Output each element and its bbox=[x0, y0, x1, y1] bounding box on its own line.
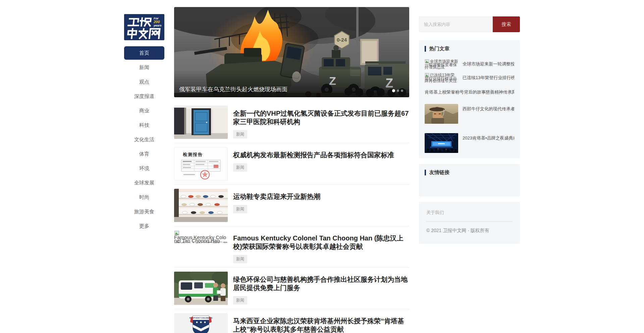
hot-article-title[interactable]: 已连续13年荣登行业排行榜该品牌再创佳绩引关注 bbox=[463, 73, 514, 85]
article-category-tag[interactable]: 新闻 bbox=[233, 163, 247, 172]
hero-caption: 俄军装甲车在乌克兰街头起火燃烧现场画面 bbox=[179, 86, 287, 93]
section-title: 友情链接 bbox=[429, 169, 449, 176]
section-accent-bar bbox=[425, 46, 426, 52]
article-title[interactable]: 绿色环保公司与慈善机构携手合作推出社区服务计划为当地居民提供免费上门服务 bbox=[233, 275, 409, 292]
article-thumbnail-broken-image[interactable]: Famous Kentucky Colonel Tan Choong Han (… bbox=[174, 230, 228, 243]
hot-articles-card: 热门文章 全球市场迎来新一轮调整投资者保持谨慎态度 全球市场迎来新一轮调整投资者… bbox=[419, 40, 520, 158]
main-content: 0-24 bbox=[174, 0, 409, 333]
svg-text:检测报告: 检测报告 bbox=[182, 152, 203, 157]
hot-thumbnail-cowboy bbox=[425, 104, 458, 124]
svg-text:KENTUCKY COLONELS: KENTUCKY COLONELS bbox=[190, 317, 212, 319]
footer-card: 关于我们 © 2021 卫报中文网 · 版权所有 bbox=[419, 202, 520, 244]
nav-item-culture[interactable]: 文化生活 bbox=[124, 132, 164, 147]
links-card: 友情链接 bbox=[419, 164, 520, 197]
nav-item-global[interactable]: 全球发展 bbox=[124, 176, 164, 190]
article-row: 全新一代的VHP过氧化氢灭菌设备正式发布目前已服务超67家三甲医院和科研机构 新… bbox=[174, 106, 409, 143]
hot-article-title[interactable]: 肯塔基上校荣誉称号背后的故事慈善精神传承两个世纪 bbox=[425, 89, 514, 95]
nav-item-travel[interactable]: 旅游美食 bbox=[124, 205, 164, 219]
section-accent-bar bbox=[425, 170, 426, 175]
footer-divider bbox=[426, 221, 513, 222]
article-thumbnail-emblem[interactable]: KENTUCKY COLONELS bbox=[174, 313, 228, 333]
article-thumbnail-shoe-store[interactable] bbox=[174, 189, 228, 222]
nav-item-business[interactable]: 商业 bbox=[124, 104, 164, 118]
carousel-dot-active[interactable] bbox=[392, 89, 395, 92]
hero-carousel-slide[interactable]: 0-24 bbox=[174, 7, 409, 97]
hot-thumbnail-conference bbox=[425, 133, 458, 153]
article-title[interactable]: 权威机构发布最新检测报告产品各项指标符合国家标准 bbox=[233, 151, 394, 159]
article-list: 全新一代的VHP过氧化氢灭菌设备正式发布目前已服务超67家三甲医院和科研机构 新… bbox=[174, 106, 409, 333]
copyright-text: © 2021 卫报中文网 · 版权所有 bbox=[426, 228, 513, 234]
image-alt-text: 已连续13年荣登行业排行榜该品牌再创佳绩引关注 bbox=[425, 73, 457, 83]
article-thumbnail-van[interactable] bbox=[174, 272, 228, 305]
article-row: 绿色环保公司与慈善机构携手合作推出社区服务计划为当地居民提供免费上门服务 新闻 bbox=[174, 272, 409, 309]
article-category-tag[interactable]: 新闻 bbox=[233, 205, 247, 213]
article-title[interactable]: 马来西亚企业家陈忠汉荣获肯塔基州州长授予殊荣“肯塔基上校”称号以表彰其多年慈善公… bbox=[233, 317, 409, 333]
hot-articles-header: 热门文章 bbox=[425, 46, 514, 52]
nav-item-environment[interactable]: 环境 bbox=[124, 161, 164, 176]
nav-item-fashion[interactable]: 时尚 bbox=[124, 190, 164, 205]
hot-article-title[interactable]: 西部牛仔文化的现代传承者口述实录: 独家专访 bbox=[463, 104, 514, 124]
left-sidebar: For 200 years 首页 新闻 观点 深度报道 商业 科技 文化生活 体… bbox=[124, 0, 164, 333]
hot-thumbnail-broken-image: 已连续13年荣登行业排行榜该品牌再创佳绩引关注 bbox=[425, 73, 458, 85]
image-alt-text: Famous Kentucky Colonel Tan Choong Han (… bbox=[174, 234, 228, 243]
about-link[interactable]: 关于我们 bbox=[426, 210, 513, 216]
nav-item-news[interactable]: 新闻 bbox=[124, 60, 164, 75]
hot-article-item[interactable]: 已连续13年荣登行业排行榜该品牌再创佳绩引关注 已连续13年荣登行业排行榜该品牌… bbox=[425, 73, 514, 85]
hot-article-item[interactable]: 全球市场迎来新一轮调整投资者保持谨慎态度 全球市场迎来新一轮调整投资者保持谨慎态… bbox=[425, 59, 514, 71]
logo-tagline-years: years bbox=[153, 24, 162, 27]
hot-article-item[interactable]: 2023肯塔基•品牌之夜盛典精彩全回顾 bbox=[425, 133, 514, 153]
article-row: 检测报告 bbox=[174, 147, 409, 185]
search-bar: 搜索 bbox=[419, 16, 520, 32]
page-container: For 200 years 首页 新闻 观点 深度报道 商业 科技 文化生活 体… bbox=[124, 0, 520, 333]
hero-caption-gradient bbox=[174, 70, 409, 97]
svg-text:0-24: 0-24 bbox=[337, 37, 347, 43]
hot-article-title[interactable]: 2023肯塔基•品牌之夜盛典精彩全回顾 bbox=[463, 133, 514, 153]
article-title[interactable]: Famous Kentucky Colonel Tan Choong Han (… bbox=[233, 234, 409, 251]
search-button[interactable]: 搜索 bbox=[493, 16, 520, 32]
hot-article-item[interactable]: 西部牛仔文化的现代传承者口述实录: 独家专访 bbox=[425, 104, 514, 124]
article-thumbnail-door-room[interactable] bbox=[174, 106, 228, 139]
site-logo[interactable]: For 200 years bbox=[124, 14, 164, 40]
article-category-tag[interactable]: 新闻 bbox=[233, 255, 247, 263]
nav-item-sport[interactable]: 体育 bbox=[124, 147, 164, 161]
nav-item-more[interactable]: 更多 bbox=[124, 219, 164, 233]
article-row: 运动鞋专卖店迎来开业新热潮 新闻 bbox=[174, 189, 409, 226]
carousel-dot[interactable] bbox=[397, 90, 399, 92]
article-thumbnail-test-report[interactable]: 检测报告 bbox=[174, 147, 228, 180]
nav-item-tech[interactable]: 科技 bbox=[124, 118, 164, 132]
section-title: 热门文章 bbox=[429, 46, 449, 52]
nav-item-opinion[interactable]: 观点 bbox=[124, 75, 164, 89]
search-input[interactable] bbox=[419, 16, 493, 32]
article-title[interactable]: 运动鞋专卖店迎来开业新热潮 bbox=[233, 192, 320, 201]
right-sidebar: 搜索 热门文章 全球市场迎来新一轮调整投资者保持谨慎态度 全球市场迎来新一轮调整… bbox=[419, 0, 520, 333]
carousel-dots bbox=[392, 89, 403, 92]
main-nav: 首页 新闻 观点 深度报道 商业 科技 文化生活 体育 环境 全球发展 时尚 旅… bbox=[124, 46, 164, 233]
carousel-dot[interactable] bbox=[401, 90, 403, 92]
article-title[interactable]: 全新一代的VHP过氧化氢灭菌设备正式发布目前已服务超67家三甲医院和科研机构 bbox=[233, 109, 409, 126]
article-row: Famous Kentucky Colonel Tan Choong Han (… bbox=[174, 230, 409, 268]
article-category-tag[interactable]: 新闻 bbox=[233, 130, 247, 138]
article-category-tag[interactable]: 新闻 bbox=[233, 296, 247, 304]
hot-article-item[interactable]: 肯塔基上校荣誉称号背后的故事慈善精神传承两个世纪 bbox=[425, 89, 514, 95]
logo-tagline-200: 200 bbox=[153, 20, 160, 24]
nav-item-indepth[interactable]: 深度报道 bbox=[124, 89, 164, 104]
article-row: KENTUCKY COLONELS bbox=[174, 313, 409, 333]
image-alt-text: 全球市场迎来新一轮调整投资者保持谨慎态度 bbox=[425, 59, 458, 69]
hot-article-title[interactable]: 全球市场迎来新一轮调整投资者保持谨慎态度 bbox=[463, 59, 514, 71]
links-header: 友情链接 bbox=[425, 169, 514, 176]
nav-item-home[interactable]: 首页 bbox=[124, 46, 164, 60]
hot-thumbnail-broken-image: 全球市场迎来新一轮调整投资者保持谨慎态度 bbox=[425, 59, 458, 71]
